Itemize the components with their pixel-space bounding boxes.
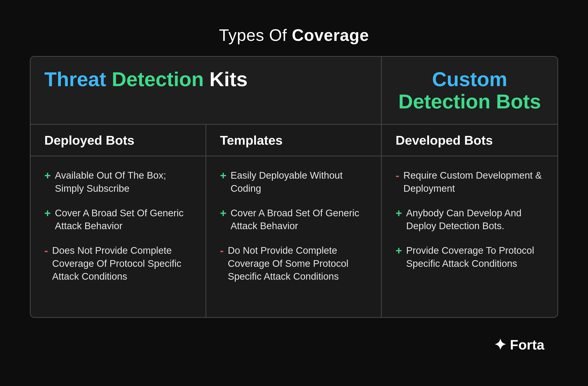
detection-word: Detection: [112, 68, 209, 90]
positive-icon: +: [220, 207, 227, 220]
threat-detection-kits-header: Threat Detection Kits: [31, 57, 382, 124]
positive-icon: +: [220, 169, 227, 182]
templates-label: Templates: [220, 133, 368, 148]
bots-word: Bots: [496, 90, 541, 113]
forta-star-icon: ✦: [494, 336, 506, 353]
list-item: + Cover A Broad Set Of Generic Attack Be…: [220, 207, 368, 233]
negative-icon: -: [44, 244, 48, 257]
list-item: + Available Out Of The Box; Simply Subsc…: [44, 169, 192, 195]
threat-word: Threat: [44, 68, 112, 90]
forta-logo: ✦ Forta: [494, 336, 544, 353]
list-item: - Require Custom Development & Deploymen…: [396, 169, 544, 195]
list-item: - Does Not Provide Complete Coverage Of …: [44, 244, 192, 283]
list-item: + Easily Deployable Without Coding: [220, 169, 368, 195]
list-item: + Cover A Broad Set Of Generic Attack Be…: [44, 207, 192, 233]
negative-icon: -: [220, 244, 224, 257]
kits-word: Kits: [210, 68, 248, 90]
title-normal: Types Of: [219, 26, 292, 44]
deployed-bots-content: + Available Out Of The Box; Simply Subsc…: [31, 156, 206, 317]
feature-text: Easily Deployable Without Coding: [231, 169, 368, 195]
templates-subheader: Templates: [206, 125, 382, 156]
feature-text: Require Custom Development & Deployment: [403, 169, 544, 195]
feature-text: Cover A Broad Set Of Generic Attack Beha…: [55, 207, 192, 233]
feature-text: Does Not Provide Complete Coverage Of Pr…: [52, 244, 192, 283]
custom-word: Custom: [432, 68, 507, 90]
list-item: + Provide Coverage To Protocol Specific …: [396, 244, 544, 270]
positive-icon: +: [44, 169, 51, 182]
negative-icon: -: [396, 169, 399, 182]
feature-text: Do Not Provide Complete Coverage Of Some…: [228, 244, 368, 283]
page-wrapper: Types Of Coverage Threat Detection Kits …: [30, 26, 558, 361]
deployed-bots-label: Deployed Bots: [44, 133, 192, 148]
table-header-row: Threat Detection Kits Custom Detection B…: [31, 57, 557, 125]
table-subheader-row: Deployed Bots Templates Developed Bots: [31, 125, 557, 156]
deployed-bots-subheader: Deployed Bots: [31, 125, 206, 156]
list-item: + Anybody Can Develop And Deploy Detecti…: [396, 207, 544, 233]
threat-detection-title: Threat Detection Kits: [44, 68, 367, 90]
comparison-table: Threat Detection Kits Custom Detection B…: [30, 56, 558, 318]
forta-logo-text: Forta: [510, 337, 544, 353]
feature-text: Available Out Of The Box; Simply Subscri…: [55, 169, 192, 195]
custom-detection-title: Custom Detection Bots: [398, 68, 541, 113]
templates-content: + Easily Deployable Without Coding + Cov…: [206, 156, 382, 317]
developed-bots-content: - Require Custom Development & Deploymen…: [382, 156, 557, 317]
table-content-row: + Available Out Of The Box; Simply Subsc…: [31, 156, 557, 317]
feature-text: Provide Coverage To Protocol Specific At…: [406, 244, 544, 270]
custom-detection-bots-header: Custom Detection Bots: [382, 57, 557, 124]
page-title: Types Of Coverage: [219, 26, 369, 44]
developed-bots-label: Developed Bots: [396, 133, 544, 148]
list-item: - Do Not Provide Complete Coverage Of So…: [220, 244, 368, 283]
positive-icon: +: [396, 244, 402, 257]
footer: ✦ Forta: [30, 329, 558, 360]
developed-bots-subheader: Developed Bots: [382, 125, 557, 156]
title-bold: Coverage: [292, 26, 369, 44]
feature-text: Anybody Can Develop And Deploy Detection…: [406, 207, 544, 233]
detection2-word: Detection: [398, 90, 496, 113]
positive-icon: +: [44, 207, 51, 220]
feature-text: Cover A Broad Set Of Generic Attack Beha…: [231, 207, 368, 233]
positive-icon: +: [396, 207, 402, 220]
